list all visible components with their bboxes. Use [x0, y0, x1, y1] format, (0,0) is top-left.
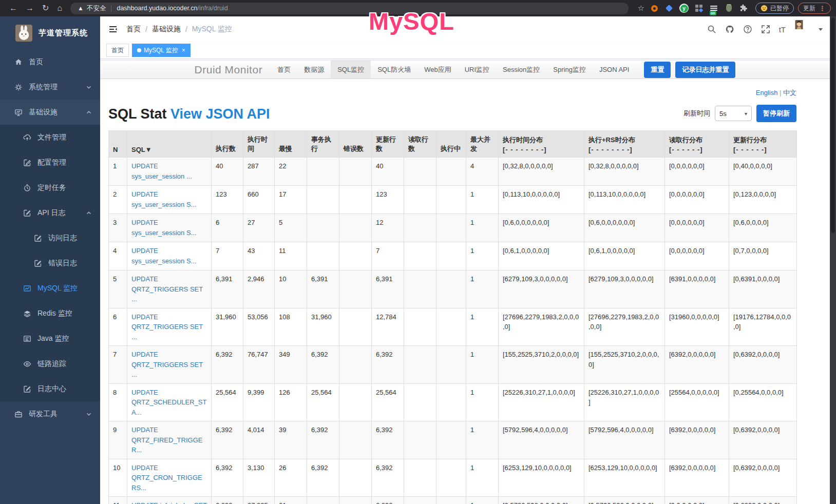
list-on-icon[interactable]: on: [709, 4, 718, 13]
column-header-2[interactable]: 执行数: [212, 131, 243, 158]
pause-refresh-button[interactable]: 暂停刷新: [756, 105, 796, 122]
address-bar[interactable]: ▲ 不安全 dashboard.yudao.iocoder.cn/infra/d…: [70, 3, 628, 14]
fullscreen-icon[interactable]: [761, 25, 770, 34]
column-header-1[interactable]: SQL▼: [127, 131, 212, 158]
sidebar-item-infra[interactable]: 基础设施: [0, 100, 100, 125]
sql-link[interactable]: UPDATE QRTZ_TRIGGERS SET ...: [131, 313, 203, 341]
sidebar-item-trace[interactable]: 链路追踪: [0, 351, 100, 376]
druid-nav-首页[interactable]: 首页: [271, 61, 297, 79]
sidebar-item-job[interactable]: 定时任务: [0, 175, 100, 200]
menu-dots-icon[interactable]: ⋮: [819, 5, 826, 12]
lang-english-link[interactable]: English: [756, 89, 778, 96]
vpn-icon[interactable]: [724, 4, 733, 13]
forward-icon[interactable]: →: [22, 4, 38, 12]
cell: 1: [466, 270, 499, 308]
refresh-interval-select[interactable]: 5s ▾: [715, 106, 752, 121]
view-json-api-link[interactable]: View JSON API: [170, 106, 270, 122]
sidebar-item-access-log[interactable]: 访问日志: [0, 225, 100, 250]
back-icon[interactable]: ←: [5, 4, 22, 12]
cell: [436, 214, 466, 242]
sql-link[interactable]: UPDATE QRTZ_CRON_TRIGGERS...: [131, 464, 202, 492]
tab-close-icon[interactable]: ×: [182, 47, 185, 54]
druid-nav-Spring监控[interactable]: Spring监控: [546, 61, 593, 79]
cell: 5: [275, 214, 307, 242]
column-header-7[interactable]: 更新行数: [372, 131, 404, 158]
druid-nav-Session监控[interactable]: Session监控: [496, 61, 546, 79]
sidebar-item-mysql[interactable]: MySQL 监控: [0, 276, 100, 301]
druid-nav-数据源[interactable]: 数据源: [297, 61, 331, 79]
column-header-10[interactable]: 最大并发: [466, 131, 499, 158]
browser-update-button[interactable]: 更新 ⋮: [798, 3, 831, 14]
breadcrumb-item[interactable]: 基础设施: [152, 25, 181, 34]
column-header-11[interactable]: 执行时间分布[- - - - - - - -]: [499, 131, 584, 158]
user-avatar[interactable]: [794, 20, 810, 38]
column-header-8[interactable]: 读取行数: [404, 131, 436, 158]
hamburger-icon[interactable]: [100, 24, 126, 34]
sql-link[interactable]: UPDATE sys_user_session S...: [131, 247, 196, 265]
sidebar-item-label: Redis 监控: [37, 309, 72, 318]
column-header-9[interactable]: 执行中: [436, 131, 466, 158]
druid-nav-Web应用[interactable]: Web应用: [417, 61, 458, 79]
sql-link[interactable]: UPDATE QRTZ_TRIGGERS SET ...: [131, 351, 203, 378]
druid-nav-JSON API[interactable]: JSON API: [593, 61, 636, 79]
sql-link[interactable]: UPDATE sys_user_session S...: [131, 190, 196, 208]
sidebar-item-api-log[interactable]: API 日志: [0, 200, 100, 225]
font-size-icon[interactable]: tT: [779, 25, 786, 34]
bookmark-star-icon[interactable]: ☆: [638, 4, 644, 13]
reset-button[interactable]: 重置: [644, 62, 671, 78]
sidebar-item-dev-tools[interactable]: 研发工具: [0, 401, 100, 427]
druid-nav-SQL防火墙[interactable]: SQL防火墙: [371, 61, 417, 79]
column-header-range: [- - - - - -]: [733, 146, 792, 153]
cell: 11: [275, 242, 307, 270]
column-header-5[interactable]: 事务执行: [307, 131, 339, 158]
sidebar-item-error-log[interactable]: 错误日志: [0, 250, 100, 276]
sidebar-item-file[interactable]: 文件管理: [0, 125, 100, 150]
github-icon[interactable]: [725, 25, 734, 34]
sidebar-item-redis[interactable]: Redis 监控: [0, 301, 100, 326]
column-header-13[interactable]: 读取行分布[- - - - - -]: [665, 131, 729, 158]
sidebar-item-java[interactable]: Java 监控: [0, 326, 100, 351]
sql-link[interactable]: UPDATE QRTZ_SCHEDULER_STA...: [131, 389, 206, 416]
green-y-icon[interactable]: y: [679, 4, 689, 13]
column-header-14[interactable]: 更新行分布[- - - - - -]: [729, 131, 797, 158]
app-grid-icon[interactable]: [694, 4, 704, 13]
sql-link[interactable]: UPDATE sys_user_session S...: [131, 219, 196, 237]
tab-label: 首页: [111, 46, 124, 55]
lang-chinese-link[interactable]: 中文: [783, 89, 796, 96]
search-icon[interactable]: [707, 25, 716, 34]
column-header-3[interactable]: 执行时间: [243, 131, 275, 158]
cell: 126: [275, 383, 307, 421]
breadcrumb-item[interactable]: 首页: [126, 25, 141, 34]
not-secure-icon: ▲: [78, 5, 84, 12]
app-logo[interactable]: 芋道管理系统: [0, 16, 100, 49]
browser-home-icon[interactable]: ⌂: [53, 4, 66, 12]
scrollbar-thumb[interactable]: [831, 17, 835, 233]
chart-icon: [23, 284, 31, 293]
puzzle-icon[interactable]: [739, 4, 748, 13]
chevron-down-icon[interactable]: [819, 28, 823, 31]
tab-MySQL 监控[interactable]: MySQL 监控×: [132, 44, 191, 57]
sidebar-item-home[interactable]: 首页: [0, 49, 100, 74]
reload-icon[interactable]: ↻: [38, 4, 53, 12]
sidebar-item-config[interactable]: 配置管理: [0, 150, 100, 175]
page-scrollbar[interactable]: [830, 16, 836, 504]
orange-circle-icon[interactable]: [650, 4, 659, 13]
sidebar-item-log-center[interactable]: 日志中心: [0, 376, 100, 401]
sql-link[interactable]: UPDATE inf_job_log SET e...: [131, 501, 207, 504]
sql-link[interactable]: UPDATE QRTZ_FIRED_TRIGGER...: [131, 426, 202, 454]
log-and-reset-button[interactable]: 记录日志并重置: [675, 62, 735, 78]
sql-link[interactable]: UPDATE QRTZ_TRIGGERS SET ...: [131, 275, 203, 303]
help-icon[interactable]: [743, 25, 752, 34]
tab-首页[interactable]: 首页: [106, 44, 129, 57]
druid-nav-URI监控[interactable]: URI监控: [458, 61, 496, 79]
column-header-6[interactable]: 错误数: [339, 131, 372, 158]
column-header-12[interactable]: 执行+RS时分布[- - - - - - - -]: [584, 131, 665, 158]
blue-gem-icon[interactable]: [664, 4, 674, 13]
column-header-4[interactable]: 最慢: [275, 131, 307, 158]
sql-link[interactable]: UPDATE sys_user_session ...: [131, 162, 192, 180]
paused-extension-badge[interactable]: 已暂停: [755, 3, 794, 14]
druid-nav-SQL监控[interactable]: SQL监控: [331, 61, 371, 79]
sidebar-item-system[interactable]: 系统管理: [0, 74, 100, 100]
table-row: 9UPDATE QRTZ_FIRED_TRIGGER...6,3924,0143…: [109, 421, 797, 459]
column-header-0[interactable]: N: [109, 131, 127, 158]
